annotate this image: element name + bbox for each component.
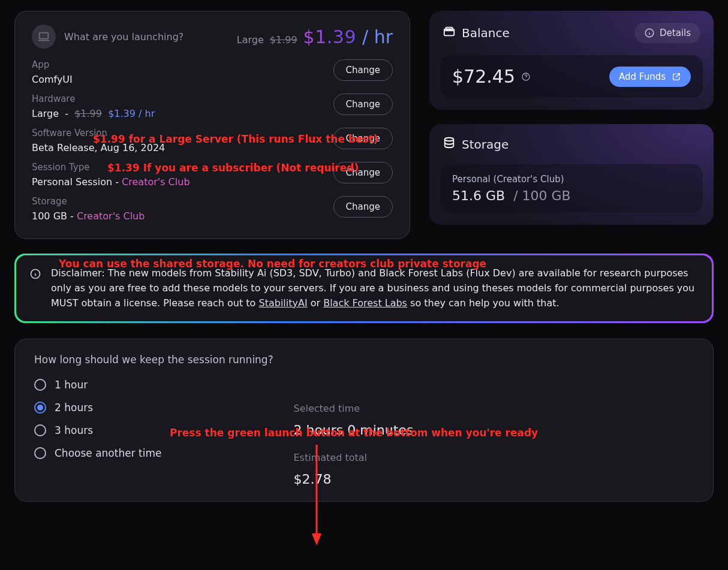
hw-sep: - [65,108,68,119]
link-black-forest[interactable]: Black Forest Labs [323,297,407,309]
link-stabilityai[interactable]: StabilityAI [258,297,307,309]
help-icon[interactable] [521,72,531,82]
duration-options: 1 hour2 hours3 hoursChoose another time [34,379,161,487]
add-funds-button[interactable]: Add Funds [609,67,691,87]
disclaimer-mid: or [311,297,323,309]
launch-panel: What are you launching? Large $1.99 $1.3… [14,11,410,239]
storage-used: 51.6 GB [452,188,505,203]
annotation-launch-button: Press the green launch button at the bot… [170,427,538,439]
app-label: App [32,59,73,70]
duration-question: How long should we keep the session runn… [34,354,694,366]
storage-label: Storage [32,196,145,207]
storage-title: Storage [462,137,509,152]
details-button[interactable]: Details [634,23,700,43]
disclaimer-b: so they can help you with that. [410,297,559,309]
info-icon [29,268,41,280]
annotation-subscriber-price: $1.39 If you are a subscriber (Not requi… [107,162,359,174]
storage-sep: / [513,188,518,203]
session-cc: Creator's Club [122,176,189,188]
duration-panel: How long should we keep the session runn… [14,339,714,502]
radio-icon [34,379,46,391]
duration-option-label: 1 hour [55,379,88,391]
field-app: App ComfyUI Change [32,59,393,85]
session-value: Personal Session - Creator's Club [32,176,190,188]
change-hardware-button[interactable]: Change [333,94,393,115]
storage-cc: Creator's Club [77,210,145,222]
external-link-icon [672,72,681,82]
field-storage: Storage 100 GB - Creator's Club Change [32,196,393,222]
hw-per: / hr [139,108,155,119]
duration-option[interactable]: 3 hours [34,424,161,436]
hardware-label: Hardware [32,94,155,104]
hardware-value: Large - $1.99 $1.39 / hr [32,108,155,119]
storage-plan: Personal (Creator's Club) [452,174,691,185]
selected-time-label: Selected time [293,403,413,414]
details-label: Details [660,28,691,38]
laptop-icon [32,25,56,49]
price-current: $1.39 [303,26,356,47]
radio-icon [34,424,46,436]
plan-size: Large [237,34,264,46]
storage-value: 100 GB - Creator's Club [32,210,145,222]
add-funds-label: Add Funds [619,71,666,82]
annotation-shared-storage: You can use the shared storage. No need … [59,258,486,270]
balance-title: Balance [462,26,510,40]
storage-panel: Storage Personal (Creator's Club) 51.6 G… [429,124,714,225]
duration-option[interactable]: 1 hour [34,379,161,391]
launch-heading: What are you launching? [64,31,183,43]
balance-amount-value: $72.45 [452,66,515,87]
duration-option[interactable]: 2 hours [34,402,161,414]
hw-size: Large [32,108,59,119]
annotation-arrow-down [312,445,324,549]
svg-marker-8 [312,533,321,545]
annotation-hardware-price: $1.99 for a Large Server (This runs Flux… [93,133,378,145]
duration-option-label: Choose another time [55,447,161,459]
hw-orig: $1.99 [74,108,102,119]
radio-icon [34,402,46,414]
balance-panel: Balance Details $72.45 Add Funds [429,11,714,110]
svg-rect-0 [40,33,49,39]
storage-total: 100 GB [522,188,571,203]
balance-amount: $72.45 [452,66,531,87]
radio-icon [34,447,46,459]
duration-option-label: 2 hours [55,402,93,414]
price-original: $1.99 [270,34,297,46]
app-value: ComfyUI [32,74,73,85]
storage-text: 100 GB - [32,210,74,222]
session-text: Personal Session - [32,176,119,188]
wallet-icon [443,25,456,41]
price-per-hour: / hr [362,26,393,47]
disclaimer-text: Disclaimer: The new models from Stabilit… [51,266,699,310]
hw-now: $1.39 [108,108,136,119]
change-storage-button[interactable]: Change [333,196,393,218]
field-hardware: Hardware Large - $1.99 $1.39 / hr Change [32,94,393,119]
svg-point-5 [445,138,454,141]
duration-option-label: 3 hours [55,424,93,436]
database-icon [443,136,456,152]
change-app-button[interactable]: Change [333,59,393,81]
storage-usage: 51.6 GB / 100 GB [452,188,691,203]
duration-option[interactable]: Choose another time [34,447,161,459]
